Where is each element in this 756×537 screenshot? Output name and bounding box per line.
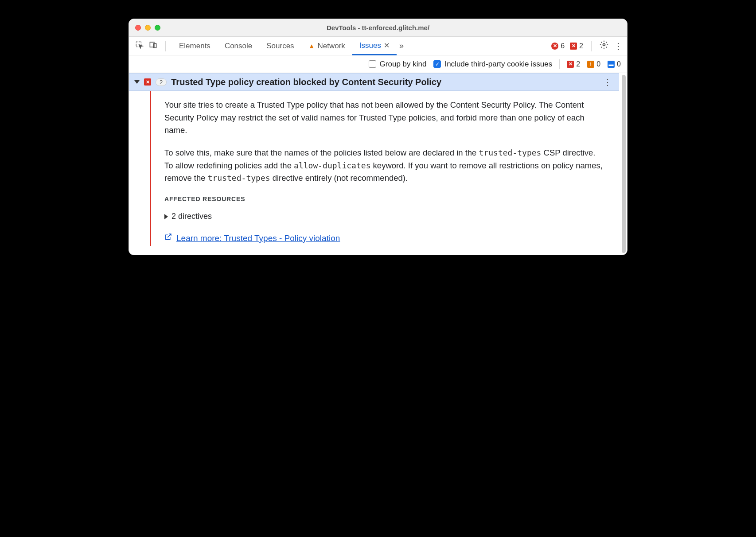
toolbar-info-count[interactable]: ▬0	[608, 60, 621, 68]
issues-toolbar: Group by kind ✓ Include third-party cook…	[129, 55, 627, 73]
error-icon: ✕	[551, 43, 558, 50]
checkbox-label: Include third-party cookie issues	[444, 60, 552, 69]
issue-body: Your site tries to create a Trusted Type…	[150, 91, 619, 246]
warning-icon: ▲	[308, 42, 315, 50]
tab-console[interactable]: Console	[218, 37, 259, 55]
devtools-window: DevTools - tt-enforced.glitch.me/ Elemen…	[129, 19, 627, 255]
issue-warn-icon: !	[587, 61, 594, 68]
divider	[559, 59, 560, 69]
issues-content: ✕ 2 Trusted Type policy creation blocked…	[129, 73, 627, 255]
tab-sources[interactable]: Sources	[259, 37, 301, 55]
count-value: 0	[617, 60, 621, 68]
affected-resources-label: AFFECTED RESOURCES	[164, 195, 606, 204]
inspect-icon[interactable]	[135, 41, 144, 51]
close-icon[interactable]: ✕	[384, 41, 390, 50]
zoom-window-button[interactable]	[155, 25, 160, 31]
divider	[591, 41, 592, 51]
settings-icon[interactable]	[600, 40, 608, 51]
issue-info-icon: ▬	[608, 61, 615, 68]
checkbox-checked-icon: ✓	[433, 60, 441, 68]
tab-issues[interactable]: Issues✕	[352, 37, 397, 55]
expand-icon[interactable]	[134, 80, 140, 84]
window-title: DevTools - tt-enforced.glitch.me/	[129, 24, 627, 31]
checkbox-icon	[369, 60, 376, 68]
learn-more-link[interactable]: Learn more: Trusted Types - Policy viola…	[164, 232, 340, 245]
traffic-lights	[135, 25, 160, 31]
issue-error-icon: ✕	[567, 61, 574, 68]
issue-error-icon: ✕	[570, 43, 577, 50]
titlebar: DevTools - tt-enforced.glitch.me/	[129, 19, 627, 37]
tab-label: Elements	[179, 42, 210, 51]
tab-label: Network	[317, 42, 345, 51]
devtools-tabbar: Elements Console Sources ▲Network Issues…	[129, 37, 627, 55]
tab-label: Sources	[266, 42, 294, 51]
issue-description-2: To solve this, make sure that the names …	[164, 147, 606, 185]
count-value: 6	[561, 42, 565, 50]
minimize-window-button[interactable]	[145, 25, 151, 31]
toolbar-warn-count[interactable]: !0	[587, 60, 600, 68]
tab-elements[interactable]: Elements	[172, 37, 218, 55]
issue-menu-icon[interactable]: ⋮	[601, 77, 614, 87]
code-trusted-types-2: trusted-types	[208, 173, 270, 183]
group-by-kind-checkbox[interactable]: Group by kind	[369, 60, 427, 69]
issue-count-pill: 2	[156, 78, 167, 86]
code-allow-duplicates: allow-duplicates	[294, 161, 370, 170]
issue-title: Trusted Type policy creation blocked by …	[171, 77, 597, 87]
divider	[165, 41, 166, 51]
third-party-checkbox[interactable]: ✓ Include third-party cookie issues	[433, 60, 552, 69]
close-window-button[interactable]	[135, 25, 141, 31]
count-value: 2	[576, 60, 580, 68]
issue-description-1: Your site tries to create a Trusted Type…	[164, 99, 606, 137]
panel-tabs: Elements Console Sources ▲Network Issues…	[172, 37, 404, 55]
svg-point-3	[603, 44, 605, 46]
directives-toggle[interactable]: 2 directives	[164, 210, 606, 223]
scrollbar[interactable]	[622, 75, 626, 253]
toolbar-error-count[interactable]: ✕2	[567, 60, 580, 68]
issue-severity-icon: ✕	[144, 78, 151, 86]
tab-label: Issues	[359, 41, 381, 50]
learn-more-text: Learn more: Trusted Types - Policy viola…	[176, 232, 340, 245]
error-count-badge[interactable]: ✕6	[551, 42, 565, 50]
count-value: 2	[579, 42, 583, 50]
chevron-right-icon	[164, 214, 168, 219]
issue-header[interactable]: ✕ 2 Trusted Type policy creation blocked…	[129, 73, 619, 91]
checkbox-label: Group by kind	[380, 60, 427, 69]
more-tabs-icon[interactable]: »	[397, 41, 404, 51]
directives-count: 2 directives	[171, 210, 212, 223]
more-menu-icon[interactable]: ⋮	[614, 41, 623, 51]
tab-network[interactable]: ▲Network	[301, 37, 352, 55]
issues-count-badge[interactable]: ✕2	[570, 42, 583, 50]
count-value: 0	[596, 60, 600, 68]
tab-label: Console	[225, 42, 252, 51]
device-toggle-icon[interactable]	[149, 41, 157, 51]
external-link-icon	[164, 233, 172, 244]
code-trusted-types: trusted-types	[479, 148, 542, 157]
